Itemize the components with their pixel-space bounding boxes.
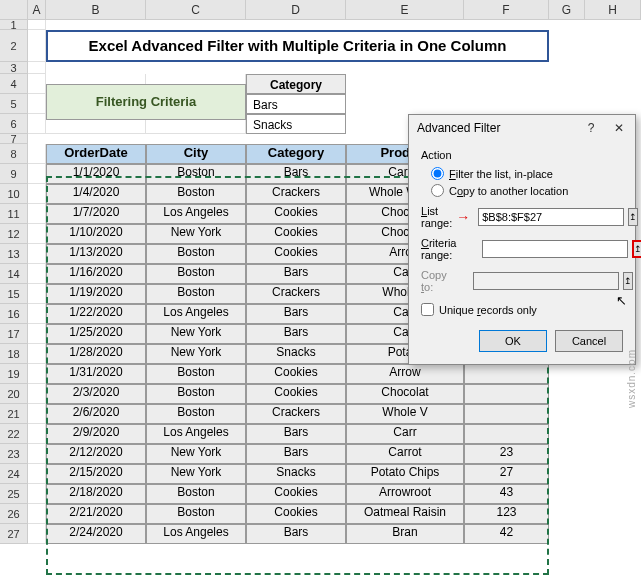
row-10[interactable]: 10 xyxy=(0,184,28,204)
row-17[interactable]: 17 xyxy=(0,324,28,344)
cell[interactable] xyxy=(28,464,46,484)
table-cell[interactable]: 2/3/2020 xyxy=(46,384,146,404)
cell[interactable] xyxy=(28,484,46,504)
row-8[interactable]: 8 xyxy=(0,144,28,164)
col-E[interactable]: E xyxy=(346,0,464,19)
criteria-range-picker-icon[interactable]: ↥ xyxy=(632,240,641,258)
table-cell[interactable]: 43 xyxy=(464,484,549,504)
row-11[interactable]: 11 xyxy=(0,204,28,224)
table-cell[interactable]: Bran xyxy=(346,524,464,544)
table-cell[interactable]: Los Angeles xyxy=(146,304,246,324)
row-13[interactable]: 13 xyxy=(0,244,28,264)
help-icon[interactable]: ? xyxy=(583,121,599,135)
table-cell[interactable]: Cookies xyxy=(246,504,346,524)
cell[interactable] xyxy=(28,62,46,74)
table-cell[interactable]: Bars xyxy=(246,524,346,544)
table-cell[interactable]: 23 xyxy=(464,444,549,464)
col-B[interactable]: B xyxy=(46,0,146,19)
row-26[interactable]: 26 xyxy=(0,504,28,524)
table-cell[interactable]: 1/28/2020 xyxy=(46,344,146,364)
list-range-input[interactable] xyxy=(478,208,624,226)
table-cell[interactable]: 1/31/2020 xyxy=(46,364,146,384)
table-cell[interactable]: Whole V xyxy=(346,404,464,424)
cell[interactable] xyxy=(28,324,46,344)
cell[interactable] xyxy=(28,444,46,464)
table-cell[interactable]: 1/4/2020 xyxy=(46,184,146,204)
cell[interactable] xyxy=(28,364,46,384)
table-cell[interactable]: Boston xyxy=(146,364,246,384)
th-category[interactable]: Category xyxy=(246,144,346,164)
table-cell[interactable]: 2/6/2020 xyxy=(46,404,146,424)
cell[interactable] xyxy=(28,284,46,304)
table-cell[interactable]: Boston xyxy=(146,504,246,524)
row-20[interactable]: 20 xyxy=(0,384,28,404)
table-cell[interactable]: 42 xyxy=(464,524,549,544)
row-25[interactable]: 25 xyxy=(0,484,28,504)
table-cell[interactable]: Arrow xyxy=(346,364,464,384)
table-cell[interactable]: 1/13/2020 xyxy=(46,244,146,264)
table-cell[interactable]: New York xyxy=(146,464,246,484)
table-cell[interactable]: New York xyxy=(146,224,246,244)
table-cell[interactable]: Bars xyxy=(246,424,346,444)
table-cell[interactable]: Potato Chips xyxy=(346,464,464,484)
table-cell[interactable]: 27 xyxy=(464,464,549,484)
table-cell[interactable]: Cookies xyxy=(246,204,346,224)
table-cell[interactable]: Los Angeles xyxy=(146,424,246,444)
table-cell[interactable]: 2/12/2020 xyxy=(46,444,146,464)
table-cell[interactable]: 1/1/2020 xyxy=(46,164,146,184)
table-cell[interactable]: Bars xyxy=(246,264,346,284)
list-range-picker-icon[interactable]: ↥ xyxy=(628,208,638,226)
row-15[interactable]: 15 xyxy=(0,284,28,304)
table-cell[interactable]: Crackers xyxy=(246,284,346,304)
radio-filter-inplace[interactable] xyxy=(431,167,444,180)
cell[interactable] xyxy=(28,244,46,264)
table-cell[interactable]: Boston xyxy=(146,184,246,204)
row-2[interactable]: 2 xyxy=(0,30,28,62)
col-H[interactable]: H xyxy=(585,0,641,19)
table-cell[interactable]: Boston xyxy=(146,384,246,404)
table-cell[interactable]: Crackers xyxy=(246,184,346,204)
copy-to-picker-icon[interactable]: ↥ xyxy=(623,272,633,290)
cell[interactable] xyxy=(28,424,46,444)
cell[interactable] xyxy=(28,164,46,184)
cell[interactable] xyxy=(28,74,46,94)
row-22[interactable]: 22 xyxy=(0,424,28,444)
table-cell[interactable]: 1/10/2020 xyxy=(46,224,146,244)
table-cell[interactable]: 2/21/2020 xyxy=(46,504,146,524)
filtering-criteria-label[interactable]: Filtering Criteria xyxy=(46,84,246,120)
radio-copy-location[interactable] xyxy=(431,184,444,197)
table-cell[interactable]: Cookies xyxy=(246,244,346,264)
table-cell[interactable] xyxy=(464,384,549,404)
row-21[interactable]: 21 xyxy=(0,404,28,424)
table-cell[interactable]: Snacks xyxy=(246,344,346,364)
table-cell[interactable]: 123 xyxy=(464,504,549,524)
row-18[interactable]: 18 xyxy=(0,344,28,364)
col-C[interactable]: C xyxy=(146,0,246,19)
table-cell[interactable]: Boston xyxy=(146,404,246,424)
table-cell[interactable]: Bars xyxy=(246,324,346,344)
th-orderdate[interactable]: OrderDate xyxy=(46,144,146,164)
cell[interactable] xyxy=(28,94,46,114)
row-5[interactable]: 5 xyxy=(0,94,28,114)
col-D[interactable]: D xyxy=(246,0,346,19)
table-cell[interactable]: Crackers xyxy=(246,404,346,424)
row-14[interactable]: 14 xyxy=(0,264,28,284)
cell[interactable] xyxy=(28,224,46,244)
page-title[interactable]: Excel Advanced Filter with Multiple Crit… xyxy=(46,30,549,62)
col-A[interactable]: A xyxy=(28,0,46,19)
table-cell[interactable]: Boston xyxy=(146,164,246,184)
row-7[interactable]: 7 xyxy=(0,134,28,144)
row-1[interactable]: 1 xyxy=(0,20,28,30)
cell[interactable] xyxy=(28,384,46,404)
cell[interactable] xyxy=(28,304,46,324)
cell[interactable] xyxy=(28,264,46,284)
table-cell[interactable]: 2/24/2020 xyxy=(46,524,146,544)
unique-records-checkbox[interactable] xyxy=(421,303,434,316)
close-icon[interactable]: ✕ xyxy=(611,121,627,135)
cell[interactable] xyxy=(28,30,46,62)
table-cell[interactable]: 1/25/2020 xyxy=(46,324,146,344)
table-cell[interactable]: 1/16/2020 xyxy=(46,264,146,284)
table-cell[interactable]: 1/7/2020 xyxy=(46,204,146,224)
cancel-button[interactable]: Cancel xyxy=(555,330,623,352)
table-cell[interactable]: Carr xyxy=(346,424,464,444)
